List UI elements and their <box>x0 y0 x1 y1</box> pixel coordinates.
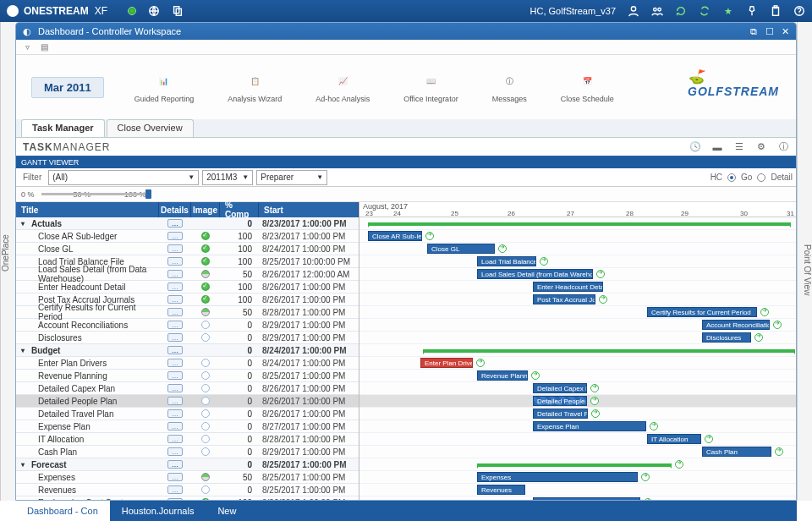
details-button[interactable]: … <box>167 384 183 392</box>
table-row[interactable]: Certify Results for Current Period…508/2… <box>16 306 359 319</box>
gantt-task-bar[interactable]: Load Sales Detail (from Data Warehouse) <box>477 269 593 279</box>
details-button[interactable]: … <box>167 270 183 278</box>
gantt-task-bar[interactable]: Close AR Sub-ledger <box>368 231 422 241</box>
tab-close-overview[interactable]: Close Overview <box>107 119 194 137</box>
table-row[interactable]: ▾Budget…08/24/2017 1:00:00 PM <box>16 344 359 357</box>
ribbon-btn-analysis-wizard[interactable]: 📋Analysis Wizard <box>228 71 282 103</box>
doc-icon[interactable]: ▤ <box>38 41 50 53</box>
sync-icon[interactable] <box>699 5 710 17</box>
copy-icon[interactable] <box>172 5 184 17</box>
table-row[interactable]: Close GL…1008/24/2017 1:00:00 PM <box>16 243 359 255</box>
gantt-task-bar[interactable]: Load Trial Balance File <box>477 256 536 266</box>
bottom-tab-houston-journals[interactable]: Houston.Journals <box>110 501 206 521</box>
gantt-task-bar[interactable]: Post Tax Accrual Journ <box>533 294 595 304</box>
details-button[interactable]: … <box>167 371 183 380</box>
gantt-task-bar[interactable]: Account Reconciliations <box>702 320 770 330</box>
gantt-task-bar[interactable]: Expenses <box>477 472 638 482</box>
restore-icon[interactable]: ⧉ <box>748 26 759 37</box>
gantt-task-bar[interactable]: Detailed Capex Plan <box>533 383 587 393</box>
table-row[interactable]: Expense Plan…08/27/2017 1:00:00 PM <box>16 420 359 433</box>
gantt-task-bar[interactable]: Cash Plan <box>702 447 771 457</box>
details-button[interactable]: … <box>167 447 183 456</box>
gantt-task-bar[interactable]: Revenues <box>477 485 525 495</box>
ribbon-btn-office-integrator[interactable]: 📖Office Integrator <box>403 71 458 103</box>
table-row[interactable]: Cash Plan…08/29/2017 1:00:00 PM <box>16 446 359 458</box>
details-button[interactable]: … <box>167 232 183 240</box>
info-icon[interactable]: ⓘ <box>777 141 789 153</box>
details-button[interactable]: … <box>167 397 183 405</box>
details-button[interactable]: … <box>167 473 183 481</box>
details-button[interactable]: … <box>167 321 183 329</box>
table-row[interactable]: Close AR Sub-ledger…1008/23/2017 1:00:00… <box>16 230 359 243</box>
star-icon[interactable]: ★ <box>722 5 734 17</box>
gantt-task-bar[interactable]: Expense Plan <box>533 421 646 431</box>
maximize-icon[interactable]: ☐ <box>764 26 775 37</box>
filter-view-select[interactable]: (All)▼ <box>48 170 199 185</box>
period-selector[interactable]: Mar 2011 <box>31 77 104 98</box>
table-row[interactable]: Expenses…508/25/2017 1:00:00 PM <box>16 471 359 484</box>
gantt-task-bar[interactable]: Revenue Planning <box>477 370 528 381</box>
table-row[interactable]: Enter Headcount Detail…1008/26/2017 1:00… <box>16 281 359 293</box>
right-rail[interactable]: Point Of View <box>797 22 812 501</box>
completion-slider[interactable] <box>41 193 151 195</box>
radio-detail[interactable] <box>757 173 765 182</box>
chart-icon[interactable]: ▬ <box>711 141 723 153</box>
ribbon-btn-close-schedule[interactable]: 📅Close Schedule <box>561 71 614 103</box>
gantt-task-bar[interactable]: Disclosures <box>702 332 751 343</box>
details-button[interactable]: … <box>167 460 183 469</box>
left-rail[interactable]: OnePlace <box>0 22 15 501</box>
table-row[interactable]: Account Reconciliations…08/29/2017 1:00:… <box>16 319 359 332</box>
details-button[interactable]: … <box>167 485 183 494</box>
user-icon[interactable] <box>628 5 639 17</box>
gantt-task-bar[interactable]: Enter Plan Drivers <box>420 358 473 368</box>
bottom-tab-new[interactable]: New <box>206 501 248 521</box>
table-row[interactable]: Detailed Travel Plan…08/26/2017 1:00:00 … <box>16 408 359 420</box>
ribbon-btn-messages[interactable]: ⓘMessages <box>492 71 527 103</box>
table-row[interactable]: ▾Actuals…08/23/2017 1:00:00 PM <box>16 217 359 230</box>
details-button[interactable]: … <box>167 295 183 304</box>
table-row[interactable]: Revenues…08/25/2017 1:00:00 PM <box>16 484 359 496</box>
gantt-task-bar[interactable]: Certify Results for Current Period <box>647 307 757 317</box>
table-row[interactable]: Disclosures…08/29/2017 1:00:00 PM <box>16 332 359 344</box>
clock-icon[interactable]: 🕓 <box>689 141 701 153</box>
table-row[interactable]: Detailed People Plan…08/26/2017 1:00:00 … <box>16 395 359 408</box>
gantt-task-bar[interactable]: Detailed Travel Plan <box>533 409 588 419</box>
refresh-icon[interactable] <box>675 5 687 17</box>
gantt-task-bar[interactable]: Enter Headcount Detail <box>533 282 603 292</box>
details-button[interactable]: … <box>167 244 183 253</box>
gantt-task-bar[interactable]: Close GL <box>427 244 495 254</box>
details-button[interactable]: … <box>167 359 183 367</box>
details-button[interactable]: … <box>167 308 183 316</box>
radio-go[interactable] <box>727 173 736 182</box>
ribbon-btn-guided-reporting[interactable]: 📊Guided Reporting <box>134 71 195 103</box>
details-button[interactable]: … <box>167 346 183 354</box>
bottom-tab-dashboard-con[interactable]: Dashboard - Con <box>15 501 110 521</box>
details-button[interactable]: … <box>167 435 183 443</box>
table-row[interactable]: IT Allocation…08/28/2017 1:00:00 PM <box>16 433 359 446</box>
users-icon[interactable] <box>651 5 663 17</box>
table-row[interactable]: ▾Forecast…08/25/2017 1:00:00 PM <box>16 458 359 471</box>
clipboard-icon[interactable] <box>770 5 782 17</box>
ribbon-btn-ad-hoc-analysis[interactable]: 📈Ad-hoc Analysis <box>315 71 370 103</box>
details-button[interactable]: … <box>167 282 183 291</box>
details-button[interactable]: … <box>167 409 183 418</box>
details-button[interactable]: … <box>167 257 183 266</box>
details-button[interactable]: … <box>167 422 183 431</box>
help-icon[interactable] <box>793 5 805 17</box>
table-row[interactable]: Detailed Capex Plan…08/26/2017 1:00:00 P… <box>16 382 359 395</box>
filter-icon[interactable]: ▿ <box>21 41 33 53</box>
table-row[interactable]: Load Sales Detail (from Data Warehouse)…… <box>16 268 359 281</box>
table-row[interactable]: Revenue Planning…08/25/2017 1:00:00 PM <box>16 370 359 382</box>
details-button[interactable]: … <box>167 219 183 228</box>
gear-icon[interactable]: ⚙ <box>755 141 767 153</box>
table-row[interactable]: Enter Plan Drivers…08/24/2017 1:00:00 PM <box>16 357 359 370</box>
pin-icon[interactable] <box>746 5 758 17</box>
close-icon[interactable]: ✕ <box>780 26 791 37</box>
globe-icon[interactable] <box>148 5 160 17</box>
gantt-task-bar[interactable]: Detailed People Plan <box>533 396 587 406</box>
details-button[interactable]: … <box>167 333 183 342</box>
list-icon[interactable]: ☰ <box>733 141 745 153</box>
gantt-task-bar[interactable]: IT Allocation <box>647 434 701 444</box>
filter-role-select[interactable]: Preparer▼ <box>256 170 327 185</box>
filter-period-select[interactable]: 2011M3▼ <box>202 170 253 185</box>
